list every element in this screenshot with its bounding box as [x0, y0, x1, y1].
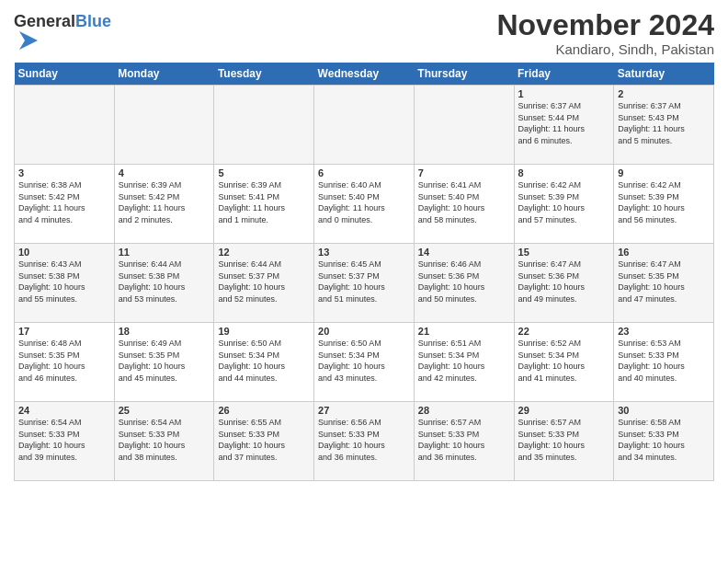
location: Kandiaro, Sindh, Pakistan	[496, 41, 714, 57]
day-info: Sunrise: 6:37 AM Sunset: 5:44 PM Dayligh…	[518, 100, 610, 146]
calendar-cell: 15Sunrise: 6:47 AM Sunset: 5:36 PM Dayli…	[514, 244, 614, 323]
calendar-cell: 27Sunrise: 6:56 AM Sunset: 5:33 PM Dayli…	[314, 402, 415, 481]
logo: GeneralBlue	[14, 13, 111, 53]
calendar-cell: 22Sunrise: 6:52 AM Sunset: 5:34 PM Dayli…	[514, 323, 614, 402]
day-info: Sunrise: 6:52 AM Sunset: 5:34 PM Dayligh…	[518, 338, 610, 384]
calendar-cell: 5Sunrise: 6:39 AM Sunset: 5:41 PM Daylig…	[214, 165, 314, 244]
day-number: 26	[218, 405, 310, 416]
calendar-week-5: 24Sunrise: 6:54 AM Sunset: 5:33 PM Dayli…	[15, 402, 714, 481]
day-info: Sunrise: 6:55 AM Sunset: 5:33 PM Dayligh…	[218, 417, 310, 463]
day-number: 21	[418, 326, 510, 337]
title-area: November 2024 Kandiaro, Sindh, Pakistan	[496, 9, 714, 57]
day-info: Sunrise: 6:54 AM Sunset: 5:33 PM Dayligh…	[119, 417, 210, 463]
calendar-cell: 11Sunrise: 6:44 AM Sunset: 5:38 PM Dayli…	[114, 244, 214, 323]
day-number: 17	[18, 326, 110, 337]
day-number: 11	[119, 247, 210, 258]
day-info: Sunrise: 6:54 AM Sunset: 5:33 PM Dayligh…	[18, 417, 110, 463]
calendar-page: GeneralBlue November 2024 Kandiaro, Sind…	[0, 0, 728, 563]
calendar-cell: 10Sunrise: 6:43 AM Sunset: 5:38 PM Dayli…	[15, 244, 115, 323]
day-info: Sunrise: 6:39 AM Sunset: 5:41 PM Dayligh…	[218, 179, 310, 225]
day-number: 18	[119, 326, 210, 337]
day-number: 9	[618, 167, 710, 178]
day-info: Sunrise: 6:39 AM Sunset: 5:42 PM Dayligh…	[119, 179, 210, 225]
calendar-cell	[214, 86, 314, 165]
calendar-week-1: 1Sunrise: 6:37 AM Sunset: 5:44 PM Daylig…	[15, 86, 714, 165]
day-number: 19	[218, 326, 310, 337]
day-number: 2	[618, 88, 710, 99]
day-info: Sunrise: 6:58 AM Sunset: 5:33 PM Dayligh…	[618, 417, 710, 463]
calendar-cell: 14Sunrise: 6:46 AM Sunset: 5:36 PM Dayli…	[414, 244, 514, 323]
calendar-cell: 3Sunrise: 6:38 AM Sunset: 5:42 PM Daylig…	[15, 165, 115, 244]
day-info: Sunrise: 6:46 AM Sunset: 5:36 PM Dayligh…	[418, 259, 510, 304]
day-number: 4	[119, 167, 210, 178]
day-number: 8	[518, 167, 610, 178]
weekday-header-thursday: Thursday	[414, 63, 514, 86]
day-info: Sunrise: 6:49 AM Sunset: 5:35 PM Dayligh…	[119, 338, 210, 384]
header: GeneralBlue November 2024 Kandiaro, Sind…	[14, 9, 714, 57]
day-info: Sunrise: 6:38 AM Sunset: 5:42 PM Dayligh…	[18, 179, 110, 225]
day-info: Sunrise: 6:50 AM Sunset: 5:34 PM Dayligh…	[218, 338, 310, 384]
weekday-header-wednesday: Wednesday	[314, 63, 415, 86]
day-info: Sunrise: 6:45 AM Sunset: 5:37 PM Dayligh…	[318, 259, 410, 304]
calendar-cell: 25Sunrise: 6:54 AM Sunset: 5:33 PM Dayli…	[114, 402, 214, 481]
day-info: Sunrise: 6:44 AM Sunset: 5:37 PM Dayligh…	[218, 259, 310, 304]
calendar-week-2: 3Sunrise: 6:38 AM Sunset: 5:42 PM Daylig…	[15, 165, 714, 244]
day-number: 10	[18, 247, 110, 258]
day-number: 7	[418, 167, 510, 178]
day-number: 15	[518, 247, 610, 258]
logo-blue-text: Blue	[75, 12, 111, 30]
day-info: Sunrise: 6:42 AM Sunset: 5:39 PM Dayligh…	[618, 179, 710, 225]
calendar-cell: 23Sunrise: 6:53 AM Sunset: 5:33 PM Dayli…	[614, 323, 714, 402]
day-info: Sunrise: 6:40 AM Sunset: 5:40 PM Dayligh…	[318, 179, 410, 225]
day-info: Sunrise: 6:48 AM Sunset: 5:35 PM Dayligh…	[18, 338, 110, 384]
day-number: 14	[418, 247, 510, 258]
day-number: 23	[618, 326, 710, 337]
calendar-cell	[414, 86, 514, 165]
day-number: 24	[18, 405, 110, 416]
calendar-cell: 24Sunrise: 6:54 AM Sunset: 5:33 PM Dayli…	[15, 402, 115, 481]
calendar-cell: 2Sunrise: 6:37 AM Sunset: 5:43 PM Daylig…	[614, 86, 714, 165]
day-number: 16	[618, 247, 710, 258]
day-number: 22	[518, 326, 610, 337]
calendar-cell: 7Sunrise: 6:41 AM Sunset: 5:40 PM Daylig…	[414, 165, 514, 244]
calendar-body: 1Sunrise: 6:37 AM Sunset: 5:44 PM Daylig…	[15, 86, 714, 481]
calendar-cell: 4Sunrise: 6:39 AM Sunset: 5:42 PM Daylig…	[114, 165, 214, 244]
day-info: Sunrise: 6:44 AM Sunset: 5:38 PM Dayligh…	[119, 259, 210, 304]
day-number: 29	[518, 405, 610, 416]
weekday-header-sunday: Sunday	[15, 63, 115, 86]
calendar-cell: 1Sunrise: 6:37 AM Sunset: 5:44 PM Daylig…	[514, 86, 614, 165]
calendar-cell: 28Sunrise: 6:57 AM Sunset: 5:33 PM Dayli…	[414, 402, 514, 481]
day-info: Sunrise: 6:57 AM Sunset: 5:33 PM Dayligh…	[518, 417, 610, 463]
day-info: Sunrise: 6:51 AM Sunset: 5:34 PM Dayligh…	[418, 338, 510, 384]
calendar-cell: 29Sunrise: 6:57 AM Sunset: 5:33 PM Dayli…	[514, 402, 614, 481]
svg-marker-0	[19, 31, 38, 50]
logo-icon	[16, 28, 41, 53]
day-info: Sunrise: 6:47 AM Sunset: 5:35 PM Dayligh…	[618, 259, 710, 304]
day-number: 20	[318, 326, 410, 337]
calendar-week-4: 17Sunrise: 6:48 AM Sunset: 5:35 PM Dayli…	[15, 323, 714, 402]
weekday-header-saturday: Saturday	[614, 63, 714, 86]
calendar-cell: 26Sunrise: 6:55 AM Sunset: 5:33 PM Dayli…	[214, 402, 314, 481]
calendar-table: SundayMondayTuesdayWednesdayThursdayFrid…	[14, 63, 714, 481]
calendar-cell	[15, 86, 115, 165]
day-info: Sunrise: 6:43 AM Sunset: 5:38 PM Dayligh…	[18, 259, 110, 304]
day-number: 5	[218, 167, 310, 178]
day-number: 27	[318, 405, 410, 416]
calendar-cell	[114, 86, 214, 165]
day-number: 12	[218, 247, 310, 258]
day-info: Sunrise: 6:42 AM Sunset: 5:39 PM Dayligh…	[518, 179, 610, 225]
calendar-cell: 30Sunrise: 6:58 AM Sunset: 5:33 PM Dayli…	[614, 402, 714, 481]
weekday-header-monday: Monday	[114, 63, 214, 86]
calendar-header: SundayMondayTuesdayWednesdayThursdayFrid…	[15, 63, 714, 86]
day-number: 28	[418, 405, 510, 416]
day-info: Sunrise: 6:41 AM Sunset: 5:40 PM Dayligh…	[418, 179, 510, 225]
calendar-cell: 19Sunrise: 6:50 AM Sunset: 5:34 PM Dayli…	[214, 323, 314, 402]
calendar-cell: 18Sunrise: 6:49 AM Sunset: 5:35 PM Dayli…	[114, 323, 214, 402]
day-number: 30	[618, 405, 710, 416]
day-info: Sunrise: 6:50 AM Sunset: 5:34 PM Dayligh…	[318, 338, 410, 384]
day-number: 3	[18, 167, 110, 178]
calendar-cell: 17Sunrise: 6:48 AM Sunset: 5:35 PM Dayli…	[15, 323, 115, 402]
weekday-header-tuesday: Tuesday	[214, 63, 314, 86]
day-number: 1	[518, 88, 610, 99]
calendar-cell: 16Sunrise: 6:47 AM Sunset: 5:35 PM Dayli…	[614, 244, 714, 323]
